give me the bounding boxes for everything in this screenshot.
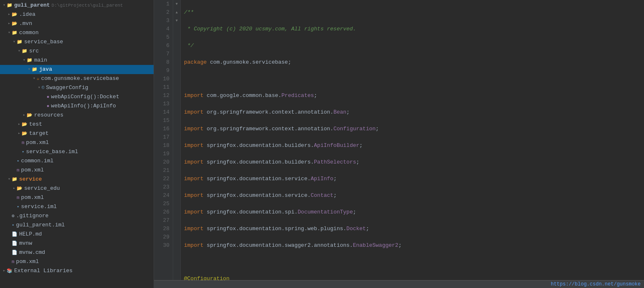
expand-icon xyxy=(17,120,22,129)
sidebar-label: common xyxy=(19,29,39,37)
sidebar-label: webApiInfo():ApiInfo xyxy=(51,102,116,110)
folder-icon: 📁 xyxy=(22,47,27,55)
sidebar-item-service[interactable]: 📁 service xyxy=(0,175,154,184)
expand-icon xyxy=(7,29,12,37)
folder-icon: 📁 xyxy=(12,29,17,37)
sidebar-label: guli_parent.iml xyxy=(16,221,65,229)
sidebar-item-pom-common[interactable]: m pom.xml xyxy=(0,166,154,175)
sidebar-item-mvn[interactable]: 📂 .mvn xyxy=(0,19,154,28)
expand-icon xyxy=(17,47,22,55)
sidebar-item-package[interactable]: ☕ com.gunsmoke.servicebase xyxy=(0,74,154,83)
sidebar-label: pom.xml xyxy=(26,139,49,147)
code-area[interactable]: 1 2 3 4 5 6 7 8 9 10 11 12 13 14 15 16 1… xyxy=(154,0,644,288)
sidebar-item-webApiConfig[interactable]: ● webApiConfig():Docket xyxy=(0,92,154,102)
sidebar-label: resources xyxy=(34,111,63,119)
sidebar-label: service_base xyxy=(24,38,63,46)
sidebar-label: test xyxy=(29,120,42,129)
folder-icon: 📂 xyxy=(12,10,17,19)
status-bar: https://blog.csdn.net/gunsmoke xyxy=(154,280,644,288)
expand-icon xyxy=(17,129,22,138)
folder-icon: 📂 xyxy=(12,20,17,28)
libs-icon: 📚 xyxy=(7,267,12,275)
sidebar-label: mvnw.cmd xyxy=(19,248,45,257)
sidebar-item-pom-sb[interactable]: m pom.xml xyxy=(0,138,154,147)
xml-icon: m xyxy=(17,166,20,174)
expand-icon xyxy=(22,111,27,119)
sidebar-label: .idea xyxy=(19,10,35,19)
sidebar-label: src xyxy=(29,47,39,55)
iml-icon: ▪ xyxy=(17,157,20,165)
sidebar-item-java[interactable]: 📁 java xyxy=(0,65,154,74)
sidebar-item-common-iml[interactable]: ▪ common.iml xyxy=(0,156,154,166)
expand-icon xyxy=(7,175,12,184)
xml-icon: m xyxy=(22,139,25,147)
project-name: guli_parent xyxy=(14,1,50,10)
sidebar-item-webApiInfo[interactable]: ● webApiInfo():ApiInfo xyxy=(0,102,154,111)
sidebar-label: HELP.md xyxy=(19,230,42,238)
project-icon: 📁 xyxy=(7,1,12,10)
sidebar-label: mvnw xyxy=(19,239,32,248)
folder-icon: 📂 xyxy=(17,184,22,193)
file-icon: 📄 xyxy=(12,248,17,257)
expand-icon xyxy=(32,74,37,83)
sidebar-item-resources[interactable]: 📂 resources xyxy=(0,111,154,120)
sidebar: 📁 guli_parent D:\gitProjects\guli_parent… xyxy=(0,0,154,288)
class-icon: © xyxy=(42,84,45,92)
xml-icon: m xyxy=(17,194,20,202)
expand-icon xyxy=(22,56,27,65)
sidebar-item-test[interactable]: 📂 test xyxy=(0,120,154,129)
sidebar-label: pom.xml xyxy=(16,258,39,266)
sidebar-item-guli-iml[interactable]: ▪ guli_parent.iml xyxy=(0,221,154,230)
xml-icon: m xyxy=(12,258,15,266)
sidebar-item-gitignore[interactable]: ⚙ .gitignore xyxy=(0,211,154,221)
sidebar-label: java xyxy=(39,65,52,74)
sidebar-label: SwaggerConfig xyxy=(46,84,88,92)
sidebar-label: target xyxy=(29,129,49,138)
sidebar-item-src[interactable]: 📁 src xyxy=(0,47,154,56)
project-path: D:\gitProjects\guli_parent xyxy=(52,1,123,10)
sidebar-label: .gitignore xyxy=(16,212,49,220)
git-icon: ⚙ xyxy=(12,212,15,220)
sidebar-label: common.iml xyxy=(21,157,54,165)
expand-icon xyxy=(12,38,17,46)
sidebar-label: com.gunsmoke.servicebase xyxy=(41,74,119,83)
sidebar-item-service-iml[interactable]: ▪ service.iml xyxy=(0,202,154,211)
sidebar-item-pom-service[interactable]: m pom.xml xyxy=(0,193,154,202)
sidebar-item-external-libs[interactable]: 📚 External Libraries xyxy=(0,266,154,276)
code-editor: 1 2 3 4 5 6 7 8 9 10 11 12 13 14 15 16 1… xyxy=(154,0,644,288)
expand-icon xyxy=(7,10,12,19)
sidebar-label: webApiConfig():Docket xyxy=(51,93,119,101)
sidebar-item-service-base-iml[interactable]: ▪ service_base.iml xyxy=(0,147,154,156)
blog-link[interactable]: https://blog.csdn.net/gunsmoke xyxy=(551,281,641,287)
expand-icon xyxy=(12,184,17,193)
sidebar-item-help[interactable]: 📄 HELP.md xyxy=(0,230,154,239)
folder-icon: 📁 xyxy=(17,38,22,46)
fold-gutter: ▾ ▴ ▾ xyxy=(173,0,181,288)
sidebar-label: service_edu xyxy=(24,184,60,193)
sidebar-item-mvnw-cmd[interactable]: 📄 mvnw.cmd xyxy=(0,248,154,257)
code-content[interactable]: /** * Copyright (c) 2020 ucsmy.com, All … xyxy=(181,0,644,288)
sidebar-item-service-edu[interactable]: 📂 service_edu xyxy=(0,184,154,193)
method-icon: ● xyxy=(47,93,50,101)
folder-icon: 📁 xyxy=(27,56,32,65)
sidebar-item-common[interactable]: 📁 common xyxy=(0,28,154,37)
sidebar-item-target[interactable]: 📂 target xyxy=(0,129,154,138)
sidebar-item-main[interactable]: 📁 main xyxy=(0,56,154,65)
sidebar-item-service-base[interactable]: 📁 service_base xyxy=(0,37,154,47)
sidebar-label: .mvn xyxy=(19,20,32,28)
sidebar-root[interactable]: 📁 guli_parent D:\gitProjects\guli_parent xyxy=(0,1,154,10)
sidebar-label: pom.xml xyxy=(21,194,44,202)
sidebar-label: pom.xml xyxy=(21,166,44,174)
folder-icon: 📂 xyxy=(22,120,27,129)
sidebar-label: service_base.iml xyxy=(26,148,78,156)
sidebar-item-swagger-config[interactable]: © SwaggerConfig xyxy=(0,83,154,92)
sidebar-item-mvnw[interactable]: 📄 mvnw xyxy=(0,239,154,248)
sidebar-label: service xyxy=(19,175,42,184)
expand-icon xyxy=(2,1,7,10)
line-numbers: 1 2 3 4 5 6 7 8 9 10 11 12 13 14 15 16 1… xyxy=(154,0,173,288)
sidebar-item-pom-root[interactable]: m pom.xml xyxy=(0,257,154,266)
iml-icon: ▪ xyxy=(17,203,20,211)
sidebar-item-idea[interactable]: 📂 .idea xyxy=(0,10,154,19)
folder-icon: 📂 xyxy=(22,129,27,138)
folder-icon: 📁 xyxy=(32,65,37,74)
